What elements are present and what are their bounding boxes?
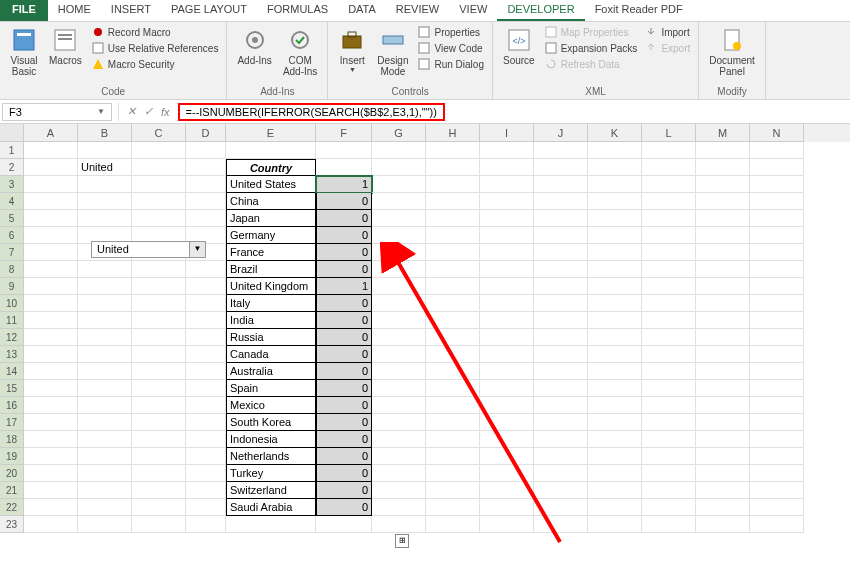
cell-I21[interactable] xyxy=(480,482,534,499)
cell-K18[interactable] xyxy=(588,431,642,448)
cell-D15[interactable] xyxy=(186,380,226,397)
cell-H18[interactable] xyxy=(426,431,480,448)
cell-N8[interactable] xyxy=(750,261,804,278)
cell-A16[interactable] xyxy=(24,397,78,414)
cell-H21[interactable] xyxy=(426,482,480,499)
design-mode-button[interactable]: Design Mode xyxy=(373,24,412,79)
cell-L5[interactable] xyxy=(642,210,696,227)
cell-G10[interactable] xyxy=(372,295,426,312)
cell-C12[interactable] xyxy=(132,329,186,346)
visual-basic-button[interactable]: Visual Basic xyxy=(6,24,42,79)
row-header[interactable]: 10 xyxy=(0,295,24,312)
cell-L17[interactable] xyxy=(642,414,696,431)
cell-B11[interactable] xyxy=(78,312,132,329)
cell-M13[interactable] xyxy=(696,346,750,363)
cell-M5[interactable] xyxy=(696,210,750,227)
cell-K8[interactable] xyxy=(588,261,642,278)
cell-B19[interactable] xyxy=(78,448,132,465)
cell-F16[interactable]: 0 xyxy=(316,397,372,414)
cell-G19[interactable] xyxy=(372,448,426,465)
cell-M2[interactable] xyxy=(696,159,750,176)
cell-K17[interactable] xyxy=(588,414,642,431)
cell-M20[interactable] xyxy=(696,465,750,482)
cell-K19[interactable] xyxy=(588,448,642,465)
cell-I17[interactable] xyxy=(480,414,534,431)
cell-H6[interactable] xyxy=(426,227,480,244)
cell-F6[interactable]: 0 xyxy=(316,227,372,244)
cell-N5[interactable] xyxy=(750,210,804,227)
cell-L3[interactable] xyxy=(642,176,696,193)
cell-B18[interactable] xyxy=(78,431,132,448)
cell-K16[interactable] xyxy=(588,397,642,414)
row-header[interactable]: 14 xyxy=(0,363,24,380)
cell-J18[interactable] xyxy=(534,431,588,448)
cell-A4[interactable] xyxy=(24,193,78,210)
cell-I19[interactable] xyxy=(480,448,534,465)
cell-B2[interactable]: United xyxy=(78,159,132,176)
cell-J12[interactable] xyxy=(534,329,588,346)
cell-A22[interactable] xyxy=(24,499,78,516)
cell-B20[interactable] xyxy=(78,465,132,482)
developer-tab[interactable]: DEVELOPER xyxy=(497,0,584,21)
cell-I1[interactable] xyxy=(480,142,534,159)
cell-H9[interactable] xyxy=(426,278,480,295)
cell-G15[interactable] xyxy=(372,380,426,397)
cell-F1[interactable] xyxy=(316,142,372,159)
cell-C20[interactable] xyxy=(132,465,186,482)
cell-K14[interactable] xyxy=(588,363,642,380)
cell-L13[interactable] xyxy=(642,346,696,363)
cell-M8[interactable] xyxy=(696,261,750,278)
row-header[interactable]: 11 xyxy=(0,312,24,329)
view-code-button[interactable]: View Code xyxy=(415,40,485,56)
fx-icon[interactable]: fx xyxy=(157,106,174,118)
cell-B3[interactable] xyxy=(78,176,132,193)
cell-F22[interactable]: 0 xyxy=(316,499,372,516)
cell-C11[interactable] xyxy=(132,312,186,329)
cell-N10[interactable] xyxy=(750,295,804,312)
row-header[interactable]: 18 xyxy=(0,431,24,448)
row-header[interactable]: 15 xyxy=(0,380,24,397)
cell-D2[interactable] xyxy=(186,159,226,176)
cell-B15[interactable] xyxy=(78,380,132,397)
cell-F11[interactable]: 0 xyxy=(316,312,372,329)
cell-A5[interactable] xyxy=(24,210,78,227)
cell-A19[interactable] xyxy=(24,448,78,465)
formula-input[interactable]: =--ISNUMBER(IFERROR(SEARCH($B$2,E3,1),""… xyxy=(174,103,850,121)
cell-H12[interactable] xyxy=(426,329,480,346)
cell-D1[interactable] xyxy=(186,142,226,159)
cell-G23[interactable] xyxy=(372,516,426,533)
cell-J3[interactable] xyxy=(534,176,588,193)
col-header-H[interactable]: H xyxy=(426,124,480,142)
cell-K1[interactable] xyxy=(588,142,642,159)
cell-L8[interactable] xyxy=(642,261,696,278)
refresh-data-button[interactable]: Refresh Data xyxy=(542,56,640,72)
cell-H14[interactable] xyxy=(426,363,480,380)
cell-F7[interactable]: 0 xyxy=(316,244,372,261)
cell-L9[interactable] xyxy=(642,278,696,295)
cell-F5[interactable]: 0 xyxy=(316,210,372,227)
cell-A23[interactable] xyxy=(24,516,78,533)
row-header[interactable]: 5 xyxy=(0,210,24,227)
cell-H7[interactable] xyxy=(426,244,480,261)
cell-D11[interactable] xyxy=(186,312,226,329)
cell-C22[interactable] xyxy=(132,499,186,516)
review-tab[interactable]: REVIEW xyxy=(386,0,449,21)
cell-B13[interactable] xyxy=(78,346,132,363)
cell-J11[interactable] xyxy=(534,312,588,329)
accept-formula-icon[interactable]: ✓ xyxy=(140,105,157,118)
cell-B1[interactable] xyxy=(78,142,132,159)
cell-F8[interactable]: 0 xyxy=(316,261,372,278)
row-header[interactable]: 20 xyxy=(0,465,24,482)
cell-E20[interactable]: Turkey xyxy=(226,465,316,482)
cell-I3[interactable] xyxy=(480,176,534,193)
cell-H13[interactable] xyxy=(426,346,480,363)
cell-F3[interactable]: 1 xyxy=(316,176,372,193)
cell-L16[interactable] xyxy=(642,397,696,414)
cell-J16[interactable] xyxy=(534,397,588,414)
cell-K9[interactable] xyxy=(588,278,642,295)
col-header-I[interactable]: I xyxy=(480,124,534,142)
cell-H16[interactable] xyxy=(426,397,480,414)
cell-D23[interactable] xyxy=(186,516,226,533)
cell-B22[interactable] xyxy=(78,499,132,516)
row-header[interactable]: 2 xyxy=(0,159,24,176)
